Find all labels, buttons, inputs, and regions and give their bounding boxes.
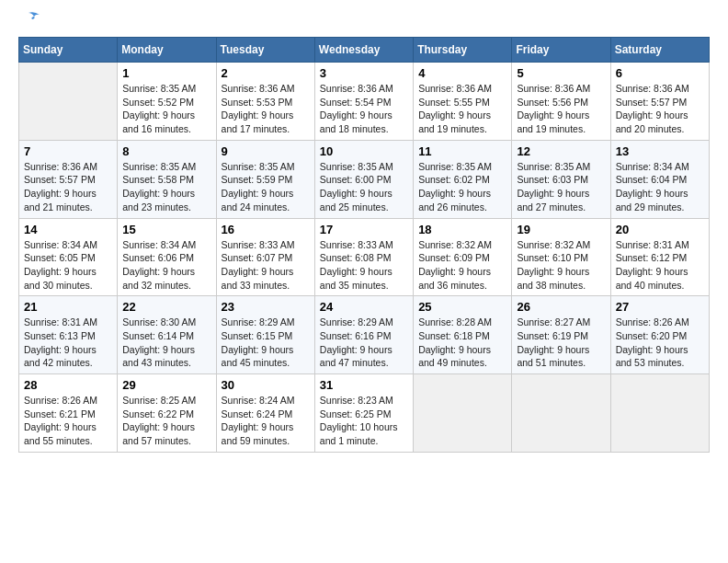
day-number: 14 xyxy=(24,223,112,236)
day-number: 27 xyxy=(616,300,704,314)
day-detail: and 17 minutes. xyxy=(222,122,310,136)
day-detail: and 47 minutes. xyxy=(320,356,408,370)
day-number: 4 xyxy=(418,66,506,80)
calendar-cell: 14Sunrise: 8:34 AMSunset: 6:05 PMDayligh… xyxy=(19,218,118,296)
day-detail: and 27 minutes. xyxy=(517,201,605,214)
day-info: Sunrise: 8:26 AMSunset: 6:20 PMDaylight:… xyxy=(616,316,704,370)
calendar-cell: 19Sunrise: 8:32 AMSunset: 6:10 PMDayligh… xyxy=(512,218,610,296)
day-detail: and 42 minutes. xyxy=(24,356,112,370)
day-detail: Sunset: 6:24 PM xyxy=(222,408,310,421)
day-detail: Sunrise: 8:36 AM xyxy=(24,160,112,174)
day-detail: Sunset: 6:21 PM xyxy=(24,408,112,421)
day-info: Sunrise: 8:25 AMSunset: 6:22 PMDaylight:… xyxy=(122,394,210,448)
day-detail: Daylight: 9 hours xyxy=(122,343,210,357)
day-detail: Sunset: 5:56 PM xyxy=(517,96,605,109)
day-detail: and 49 minutes. xyxy=(418,356,506,370)
calendar-cell: 4Sunrise: 8:36 AMSunset: 5:55 PMDaylight… xyxy=(414,63,512,141)
day-detail: and 19 minutes. xyxy=(418,122,506,136)
day-info: Sunrise: 8:35 AMSunset: 6:00 PMDaylight:… xyxy=(320,160,408,214)
day-number: 19 xyxy=(517,223,605,236)
day-detail: Daylight: 9 hours xyxy=(418,187,506,201)
day-info: Sunrise: 8:30 AMSunset: 6:14 PMDaylight:… xyxy=(122,316,210,370)
day-detail: Daylight: 9 hours xyxy=(122,187,210,201)
calendar-week-3: 14Sunrise: 8:34 AMSunset: 6:05 PMDayligh… xyxy=(19,218,710,296)
day-info: Sunrise: 8:35 AMSunset: 5:52 PMDaylight:… xyxy=(122,82,210,136)
day-detail: and 25 minutes. xyxy=(320,201,408,214)
header-day-monday: Monday xyxy=(118,38,216,63)
calendar-cell xyxy=(19,63,118,141)
page-header xyxy=(18,18,710,28)
day-detail: and 38 minutes. xyxy=(517,279,605,293)
calendar-body: 1Sunrise: 8:35 AMSunset: 5:52 PMDaylight… xyxy=(19,63,710,453)
day-detail: Sunrise: 8:34 AM xyxy=(616,160,704,174)
calendar-cell: 18Sunrise: 8:32 AMSunset: 6:09 PMDayligh… xyxy=(414,218,512,296)
day-info: Sunrise: 8:24 AMSunset: 6:24 PMDaylight:… xyxy=(222,394,310,448)
header-day-tuesday: Tuesday xyxy=(216,38,314,63)
day-detail: Daylight: 9 hours xyxy=(24,187,112,201)
day-info: Sunrise: 8:35 AMSunset: 6:02 PMDaylight:… xyxy=(418,160,506,214)
day-detail: Daylight: 9 hours xyxy=(616,109,704,122)
day-detail: Daylight: 9 hours xyxy=(517,187,605,201)
day-detail: Daylight: 9 hours xyxy=(517,109,605,122)
day-detail: Sunrise: 8:34 AM xyxy=(24,238,112,252)
calendar-cell: 29Sunrise: 8:25 AMSunset: 6:22 PMDayligh… xyxy=(118,374,216,453)
day-detail: Sunset: 5:59 PM xyxy=(222,173,310,187)
day-detail: and 23 minutes. xyxy=(122,201,210,214)
calendar-cell: 28Sunrise: 8:26 AMSunset: 6:21 PMDayligh… xyxy=(19,374,118,453)
day-detail: Sunrise: 8:36 AM xyxy=(320,82,408,96)
day-number: 7 xyxy=(24,144,112,158)
day-info: Sunrise: 8:34 AMSunset: 6:04 PMDaylight:… xyxy=(616,160,704,214)
header-day-wednesday: Wednesday xyxy=(314,38,413,63)
day-detail: Daylight: 9 hours xyxy=(222,420,310,434)
day-detail: Sunrise: 8:36 AM xyxy=(418,82,506,96)
day-number: 26 xyxy=(517,300,605,314)
day-detail: Daylight: 9 hours xyxy=(616,187,704,201)
day-detail: Daylight: 10 hours xyxy=(320,420,408,434)
day-info: Sunrise: 8:29 AMSunset: 6:15 PMDaylight:… xyxy=(222,316,310,370)
day-detail: and 1 minute. xyxy=(320,434,408,448)
day-detail: and 55 minutes. xyxy=(24,434,112,448)
day-detail: and 30 minutes. xyxy=(24,279,112,293)
calendar-cell: 6Sunrise: 8:36 AMSunset: 5:57 PMDaylight… xyxy=(610,63,709,141)
day-detail: Sunrise: 8:35 AM xyxy=(320,160,408,174)
day-detail: Sunset: 5:57 PM xyxy=(24,173,112,187)
calendar-table: SundayMondayTuesdayWednesdayThursdayFrid… xyxy=(18,37,710,453)
calendar-cell: 26Sunrise: 8:27 AMSunset: 6:19 PMDayligh… xyxy=(512,296,610,374)
calendar-cell: 10Sunrise: 8:35 AMSunset: 6:00 PMDayligh… xyxy=(314,140,413,218)
day-detail: Sunset: 6:22 PM xyxy=(122,408,210,421)
day-detail: and 26 minutes. xyxy=(418,201,506,214)
day-number: 16 xyxy=(222,223,310,236)
calendar-cell: 24Sunrise: 8:29 AMSunset: 6:16 PMDayligh… xyxy=(314,296,413,374)
day-number: 29 xyxy=(122,378,210,392)
day-number: 5 xyxy=(517,66,605,80)
day-detail: Sunrise: 8:31 AM xyxy=(616,238,704,252)
calendar-cell: 30Sunrise: 8:24 AMSunset: 6:24 PMDayligh… xyxy=(216,374,314,453)
day-detail: Daylight: 9 hours xyxy=(24,343,112,357)
day-detail: Sunset: 6:13 PM xyxy=(24,329,112,343)
calendar-cell: 5Sunrise: 8:36 AMSunset: 5:56 PMDaylight… xyxy=(512,63,610,141)
calendar-header: SundayMondayTuesdayWednesdayThursdayFrid… xyxy=(19,38,710,63)
day-info: Sunrise: 8:34 AMSunset: 6:05 PMDaylight:… xyxy=(24,238,112,293)
day-detail: and 29 minutes. xyxy=(616,201,704,214)
day-detail: and 45 minutes. xyxy=(222,356,310,370)
day-info: Sunrise: 8:36 AMSunset: 5:57 PMDaylight:… xyxy=(24,160,112,214)
day-detail: Sunrise: 8:33 AM xyxy=(320,238,408,252)
day-detail: Daylight: 9 hours xyxy=(320,187,408,201)
day-detail: and 35 minutes. xyxy=(320,279,408,293)
day-detail: Sunset: 6:18 PM xyxy=(418,329,506,343)
day-detail: Sunset: 6:00 PM xyxy=(320,173,408,187)
day-number: 25 xyxy=(418,300,506,314)
day-detail: Sunrise: 8:24 AM xyxy=(222,394,310,408)
day-number: 23 xyxy=(222,300,310,314)
day-detail: Sunset: 6:03 PM xyxy=(517,173,605,187)
calendar-cell: 9Sunrise: 8:35 AMSunset: 5:59 PMDaylight… xyxy=(216,140,314,218)
calendar-week-1: 1Sunrise: 8:35 AMSunset: 5:52 PMDaylight… xyxy=(19,63,710,141)
day-detail: Sunset: 6:06 PM xyxy=(122,251,210,265)
day-detail: Sunset: 6:09 PM xyxy=(418,251,506,265)
day-detail: and 43 minutes. xyxy=(122,356,210,370)
calendar-cell: 7Sunrise: 8:36 AMSunset: 5:57 PMDaylight… xyxy=(19,140,118,218)
day-detail: Daylight: 9 hours xyxy=(24,265,112,279)
day-detail: Daylight: 9 hours xyxy=(517,343,605,357)
day-detail: Sunset: 6:02 PM xyxy=(418,173,506,187)
day-number: 1 xyxy=(122,66,210,80)
